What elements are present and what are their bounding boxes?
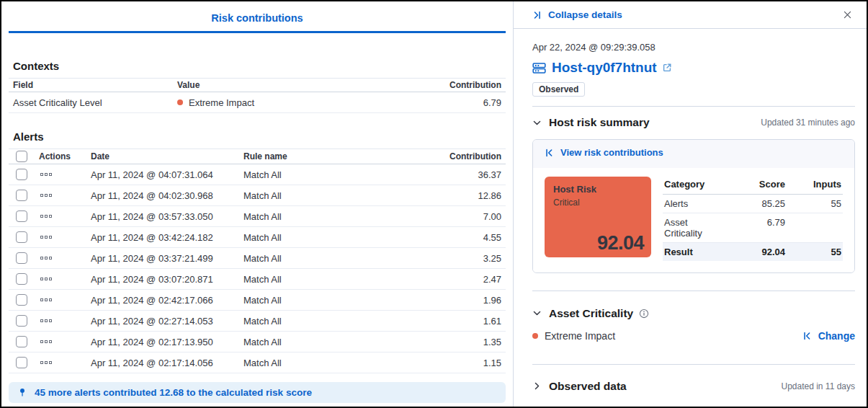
actions-menu-icon[interactable] — [39, 360, 53, 365]
tab-risk-contributions[interactable]: Risk contributions — [211, 12, 303, 31]
row-checkbox[interactable] — [16, 190, 27, 201]
row-checkbox[interactable] — [16, 252, 27, 264]
observed-data-updated: Updated in 11 days — [781, 381, 855, 391]
select-all-checkbox[interactable] — [16, 151, 27, 162]
alert-rule-name: Match All — [239, 211, 412, 222]
alert-date: Apr 11, 2024 @ 04:02:30.968 — [86, 190, 239, 201]
risk-summary-updated: Updated 31 minutes ago — [761, 117, 855, 128]
flyout-header: Collapse details — [514, 1, 867, 29]
alerts-table-body: Apr 11, 2024 @ 04:07:31.064 Match All 36… — [9, 164, 506, 373]
column-header-contribution: Contribution — [412, 151, 506, 161]
alert-rule-name: Match All — [239, 253, 412, 264]
row-checkbox[interactable] — [16, 273, 27, 285]
chevron-down-icon — [532, 118, 542, 128]
alert-rule-name: Match All — [239, 337, 412, 347]
alert-date: Apr 11, 2024 @ 02:42:17.066 — [86, 295, 239, 306]
flyout-body: Apr 22, 2024 @ 09:29:39.058 Host-qy0f7ht… — [514, 29, 867, 407]
divider — [532, 106, 855, 107]
alert-date: Apr 11, 2024 @ 02:17:14.056 — [86, 358, 239, 368]
context-field: Asset Criticality Level — [9, 97, 173, 108]
collapse-right-icon — [532, 10, 542, 20]
alert-contribution: 7.00 — [412, 211, 506, 222]
observed-data-title: Observed data — [549, 380, 627, 393]
actions-menu-icon[interactable] — [39, 297, 53, 303]
more-alerts-callout: 45 more alerts contributed 12.68 to the … — [9, 382, 506, 403]
divider — [532, 291, 855, 291]
chevron-right-icon — [532, 381, 542, 391]
alert-date: Apr 11, 2024 @ 02:17:13.950 — [86, 337, 239, 347]
alerts-table: Actions Date Rule name Contribution Apr … — [9, 148, 506, 373]
observed-badge: Observed — [532, 82, 585, 97]
column-header-inputs: Inputs — [785, 179, 843, 190]
column-header-score: Score — [720, 179, 785, 190]
change-criticality-label: Change — [818, 330, 855, 342]
asset-criticality-row: Extreme Impact Change — [532, 330, 855, 342]
host-details-flyout: Collapse details Apr 22, 2024 @ 09:29:39… — [513, 1, 867, 407]
actions-menu-icon[interactable] — [39, 213, 53, 219]
alert-row: Apr 11, 2024 @ 03:07:20.871 Match All 2.… — [9, 269, 506, 290]
row-checkbox[interactable] — [16, 231, 27, 243]
alert-contribution: 1.35 — [412, 337, 506, 347]
actions-menu-icon[interactable] — [39, 234, 53, 240]
contexts-table-header: Field Value Contribution — [9, 78, 506, 92]
contexts-heading: Contexts — [13, 60, 513, 72]
alert-row: Apr 11, 2024 @ 04:02:30.968 Match All 12… — [9, 185, 506, 206]
alert-row: Apr 11, 2024 @ 02:42:17.066 Match All 1.… — [9, 290, 506, 311]
column-header-actions: Actions — [35, 151, 86, 161]
row-checkbox[interactable] — [16, 210, 27, 222]
actions-menu-icon[interactable] — [39, 172, 53, 177]
divider — [532, 364, 855, 365]
alert-date: Apr 11, 2024 @ 03:37:21.499 — [86, 253, 239, 264]
actions-menu-icon[interactable] — [39, 339, 53, 345]
close-icon — [843, 10, 852, 19]
host-name-link[interactable]: Host-qy0f7htnut — [552, 60, 672, 76]
risk-contributions-panel: Risk contributions Contexts Field Value … — [1, 1, 513, 407]
alert-rule-name: Match All — [239, 232, 412, 243]
gauge-level: Critical — [553, 198, 643, 208]
context-contribution: 6.79 — [412, 97, 506, 108]
column-header-contribution: Contribution — [412, 80, 506, 90]
arrow-start-icon — [545, 148, 555, 158]
row-checkbox[interactable] — [16, 336, 27, 347]
asset-criticality-accordion[interactable]: Asset Criticality — [532, 307, 855, 320]
host-storage-icon — [532, 61, 546, 75]
alert-row: Apr 11, 2024 @ 02:17:13.950 Match All 1.… — [9, 332, 506, 352]
info-icon[interactable] — [639, 309, 649, 319]
column-header-value: Value — [173, 80, 412, 90]
actions-menu-icon[interactable] — [39, 276, 53, 282]
more-alerts-text: 45 more alerts contributed 12.68 to the … — [35, 387, 312, 398]
alert-date: Apr 11, 2024 @ 04:07:31.064 — [86, 169, 239, 180]
row-checkbox[interactable] — [16, 294, 27, 306]
row-checkbox[interactable] — [16, 169, 27, 180]
gauge-score: 92.04 — [597, 232, 644, 254]
asset-criticality-value: Extreme Impact — [545, 330, 615, 342]
alert-contribution: 1.61 — [412, 316, 506, 327]
summary-category: Result — [663, 247, 720, 257]
asset-criticality-title: Asset Criticality — [549, 307, 633, 320]
alert-date: Apr 11, 2024 @ 02:27:14.053 — [86, 316, 239, 327]
close-button[interactable] — [840, 7, 855, 22]
row-checkbox[interactable] — [16, 315, 27, 327]
summary-row-alerts: Alerts 85.25 55 — [663, 195, 843, 213]
contexts-table: Field Value Contribution Asset Criticali… — [9, 78, 506, 113]
external-link-icon — [662, 63, 672, 73]
arrow-start-icon — [802, 331, 813, 341]
host-risk-summary-accordion[interactable]: Host risk summary Updated 31 minutes ago — [532, 116, 855, 129]
view-risk-contributions-link[interactable]: View risk contributions — [545, 147, 663, 158]
alert-row: Apr 11, 2024 @ 03:42:24.182 Match All 4.… — [9, 227, 506, 248]
alert-row: Apr 11, 2024 @ 02:27:14.053 Match All 1.… — [9, 311, 506, 332]
actions-menu-icon[interactable] — [39, 318, 53, 324]
row-checkbox[interactable] — [16, 357, 27, 368]
column-header-date: Date — [86, 151, 239, 161]
summary-inputs: 55 — [785, 247, 843, 257]
risk-summary-card: View risk contributions Host Risk Critic… — [532, 139, 855, 273]
summary-inputs — [785, 217, 843, 239]
alert-row: Apr 11, 2024 @ 03:37:21.499 Match All 3.… — [9, 248, 506, 269]
actions-menu-icon[interactable] — [39, 192, 53, 198]
change-criticality-button[interactable]: Change — [802, 330, 855, 342]
alert-rule-name: Match All — [239, 190, 412, 201]
observed-data-accordion[interactable]: Observed data Updated in 11 days — [532, 380, 855, 393]
collapse-details-button[interactable]: Collapse details — [532, 9, 622, 20]
event-timestamp: Apr 22, 2024 @ 09:29:39.058 — [532, 42, 855, 53]
actions-menu-icon[interactable] — [39, 255, 53, 261]
